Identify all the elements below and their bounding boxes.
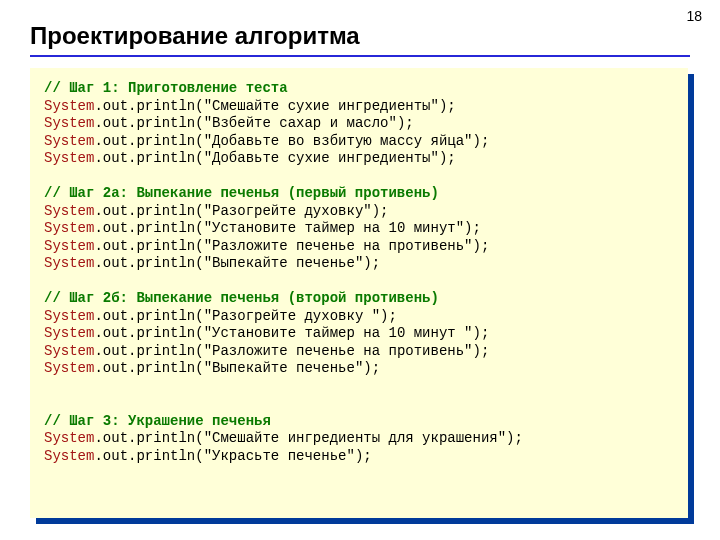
code-arg: ("Разложите печенье на противень"); bbox=[195, 343, 489, 359]
code-call: .out.println bbox=[94, 115, 195, 131]
page-title: Проектирование алгоритма bbox=[30, 22, 360, 50]
code-arg: ("Разогрейте духовку "); bbox=[195, 308, 397, 324]
code-arg: ("Разогрейте духовку"); bbox=[195, 203, 388, 219]
code-comment-2: // Шаг 2а: Выпекание печенья (первый про… bbox=[44, 185, 439, 201]
code-call: .out.println bbox=[94, 220, 195, 236]
code-call: .out.println bbox=[94, 133, 195, 149]
code-call: .out.println bbox=[94, 343, 195, 359]
code-call: .out.println bbox=[94, 150, 195, 166]
code-sys: System bbox=[44, 203, 94, 219]
code-sys: System bbox=[44, 448, 94, 464]
code-arg: ("Установите таймер на 10 минут "); bbox=[195, 325, 489, 341]
code-sys: System bbox=[44, 115, 94, 131]
code-call: .out.println bbox=[94, 98, 195, 114]
code-sys: System bbox=[44, 150, 94, 166]
code-call: .out.println bbox=[94, 360, 195, 376]
code-arg: ("Украсьте печенье"); bbox=[195, 448, 371, 464]
code-call: .out.println bbox=[94, 448, 195, 464]
code-call: .out.println bbox=[94, 325, 195, 341]
code-arg: ("Добавьте во взбитую массу яйца"); bbox=[195, 133, 489, 149]
code-call: .out.println bbox=[94, 430, 195, 446]
page-number: 18 bbox=[686, 8, 702, 24]
code-sys: System bbox=[44, 360, 94, 376]
title-underline bbox=[30, 55, 690, 57]
code-arg: ("Установите таймер на 10 минут"); bbox=[195, 220, 481, 236]
code-sys: System bbox=[44, 255, 94, 271]
code-sys: System bbox=[44, 430, 94, 446]
code-call: .out.println bbox=[94, 203, 195, 219]
code-sys: System bbox=[44, 133, 94, 149]
code-sys: System bbox=[44, 238, 94, 254]
code-comment-3: // Шаг 2б: Выпекание печенья (второй про… bbox=[44, 290, 439, 306]
code-call: .out.println bbox=[94, 255, 195, 271]
code-sys: System bbox=[44, 343, 94, 359]
code-arg: ("Смешайте сухие ингредиенты"); bbox=[195, 98, 455, 114]
code-comment-4: // Шаг 3: Украшение печенья bbox=[44, 413, 271, 429]
code-arg: ("Выпекайте печенье"); bbox=[195, 360, 380, 376]
code-comment-1: // Шаг 1: Приготовление теста bbox=[44, 80, 288, 96]
code-sys: System bbox=[44, 308, 94, 324]
code-arg: ("Выпекайте печенье"); bbox=[195, 255, 380, 271]
code-block: // Шаг 1: Приготовление теста System.out… bbox=[30, 68, 688, 518]
code-arg: ("Смешайте ингредиенты для украшения"); bbox=[195, 430, 523, 446]
code-sys: System bbox=[44, 220, 94, 236]
code-call: .out.println bbox=[94, 238, 195, 254]
code-call: .out.println bbox=[94, 308, 195, 324]
code-sys: System bbox=[44, 98, 94, 114]
code-arg: ("Разложите печенье на противень"); bbox=[195, 238, 489, 254]
code-sys: System bbox=[44, 325, 94, 341]
code-arg: ("Добавьте сухие ингредиенты"); bbox=[195, 150, 455, 166]
code-arg: ("Взбейте сахар и масло"); bbox=[195, 115, 413, 131]
